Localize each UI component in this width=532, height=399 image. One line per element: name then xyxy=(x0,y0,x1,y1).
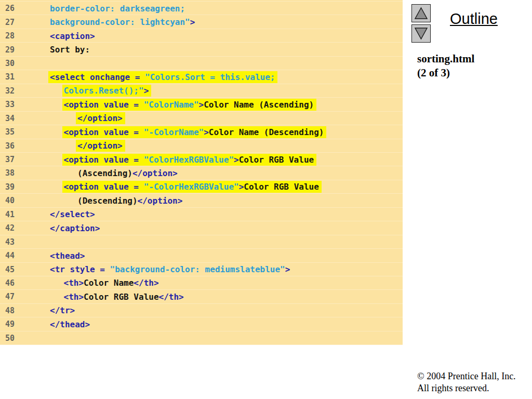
code-text: <select onchange = "Colors.Sort = this.v… xyxy=(50,72,403,82)
line-number: 35 xyxy=(0,127,50,137)
code-segment-tag: <caption> xyxy=(50,31,95,41)
code-segment-string: "-ColorName" xyxy=(144,127,204,137)
code-highlight: <option value = "ColorName">Color Name (… xyxy=(62,99,317,111)
code-segment-tag: > xyxy=(204,127,209,137)
code-line: 50 xyxy=(0,331,403,345)
code-text: border-color: darkseagreen; xyxy=(50,4,403,14)
code-segment-tag: > xyxy=(199,100,204,110)
code-line: 30 xyxy=(0,57,403,70)
code-text: background-color: lightcyan"> xyxy=(50,17,403,27)
previous-slide-button[interactable] xyxy=(411,4,431,22)
code-segment-plain: Sort by: xyxy=(50,45,90,55)
code-segment-string: "ColorName" xyxy=(144,100,199,110)
code-text: <option value = "-ColorHexRGBValue">Colo… xyxy=(50,182,403,192)
code-segment-string: "-ColorHexRGBValue" xyxy=(144,182,239,192)
code-line: 42</caption> xyxy=(0,221,403,235)
code-segment-tag: </select> xyxy=(50,209,95,219)
code-segment-plain: (Ascending) xyxy=(77,168,132,178)
code-highlight: <option value = "-ColorHexRGBValue">Colo… xyxy=(62,181,322,193)
code-text: </thead> xyxy=(50,320,403,329)
code-line: 29Sort by: xyxy=(0,43,403,56)
code-text: </option> xyxy=(50,113,403,123)
code-segment-string: background-color: lightcyan" xyxy=(50,17,190,27)
code-line: 38(Ascending)</option> xyxy=(0,166,403,180)
code-segment-tag: </option> xyxy=(77,141,123,151)
code-text: <option value = "-ColorName">Color Name … xyxy=(50,127,403,137)
code-highlight: </option> xyxy=(76,140,125,152)
line-number: 30 xyxy=(0,59,50,68)
line-number: 28 xyxy=(0,31,50,41)
code-segment-tag: </option> xyxy=(138,196,183,206)
code-line: 40(Descending)</option> xyxy=(0,194,403,207)
code-text: </select> xyxy=(50,209,403,219)
line-number: 41 xyxy=(0,210,50,219)
code-segment-string: Colors.Reset();" xyxy=(64,86,144,96)
line-number: 46 xyxy=(0,278,50,288)
code-segment-tag: </tr> xyxy=(50,305,75,315)
code-segment-plain: Color RGB Value xyxy=(239,155,314,165)
code-segment-tag: <option value = xyxy=(64,182,144,192)
code-text: </tr> xyxy=(50,305,403,315)
code-highlight: <option value = "ColorHexRGBValue">Color… xyxy=(62,154,317,166)
code-line: 31<select onchange = "Colors.Sort = this… xyxy=(0,70,403,84)
line-number: 38 xyxy=(0,168,50,178)
line-number: 42 xyxy=(0,223,50,233)
code-text: <th>Color Name</th> xyxy=(50,278,403,288)
code-segment-tag: <tr style = xyxy=(50,264,110,274)
line-number: 39 xyxy=(0,182,50,192)
code-segment-tag: </th> xyxy=(159,292,184,302)
code-segment-plain: Color Name (Descending) xyxy=(209,127,324,137)
code-segment-string: "ColorHexRGBValue" xyxy=(144,155,234,165)
code-text: <option value = "ColorName">Color Name (… xyxy=(50,100,403,110)
code-segment-plain: Color RGB Value xyxy=(84,292,159,302)
code-text: <thead> xyxy=(50,251,403,261)
line-number: 32 xyxy=(0,86,50,96)
code-line: 37<option value = "ColorHexRGBValue">Col… xyxy=(0,153,403,166)
line-number: 31 xyxy=(0,72,50,82)
code-line: 27background-color: lightcyan"> xyxy=(0,15,403,29)
line-number: 49 xyxy=(0,320,50,329)
line-number: 43 xyxy=(0,237,50,247)
code-segment-string: border-color: darkseagreen; xyxy=(50,4,185,14)
code-line: 32Colors.Reset();"> xyxy=(0,84,403,98)
code-text: (Ascending)</option> xyxy=(50,168,403,178)
code-line: 36</option> xyxy=(0,139,403,152)
code-segment-tag: <option value = xyxy=(64,127,144,137)
up-arrow-icon xyxy=(414,7,428,20)
code-listing: 26border-color: darkseagreen;27backgroun… xyxy=(0,0,403,345)
code-highlight: <option value = "-ColorName">Color Name … xyxy=(62,126,327,138)
code-text: <option value = "ColorHexRGBValue">Color… xyxy=(50,155,403,165)
line-number: 47 xyxy=(0,292,50,301)
code-segment-tag: </thead> xyxy=(50,320,90,329)
code-segment-plain: (Descending) xyxy=(77,196,138,206)
code-segment-tag: > xyxy=(234,155,239,165)
page-indicator: (2 of 3) xyxy=(417,66,474,80)
code-segment-string: "Colors.Sort = this.value; xyxy=(145,72,275,82)
next-slide-button[interactable] xyxy=(411,24,431,43)
code-text: Sort by: xyxy=(50,45,403,55)
code-segment-tag: </th> xyxy=(134,278,158,288)
copyright-notice: © 2004 Prentice Hall, Inc. All rights re… xyxy=(417,370,516,394)
code-segment-tag: <option value = xyxy=(64,100,144,110)
code-line: 45<tr style = "background-color: mediums… xyxy=(0,262,403,276)
code-text: <tr style = "background-color: mediumsla… xyxy=(50,264,403,274)
code-line: 35<option value = "-ColorName">Color Nam… xyxy=(0,125,403,139)
line-number: 37 xyxy=(0,155,50,164)
code-segment-tag: </option> xyxy=(132,168,178,178)
outline-link[interactable]: Outline xyxy=(450,10,498,28)
line-number: 45 xyxy=(0,265,50,274)
line-number: 40 xyxy=(0,196,50,205)
code-segment-tag: > xyxy=(190,17,195,27)
line-number: 36 xyxy=(0,141,50,151)
code-segment-tag: > xyxy=(285,264,290,274)
line-number: 27 xyxy=(0,18,50,27)
code-segment-tag: <th> xyxy=(64,292,84,302)
code-segment-plain: Color Name xyxy=(84,278,134,288)
code-highlight: <select onchange = "Colors.Sort = this.v… xyxy=(48,71,277,83)
code-text: Colors.Reset();"> xyxy=(50,86,403,96)
code-text: </caption> xyxy=(50,223,403,233)
code-line: 41</select> xyxy=(0,208,403,221)
copyright-line-2: All rights reserved. xyxy=(417,382,516,394)
code-segment-string: "background-color: mediumslateblue" xyxy=(110,264,285,274)
code-line: 44<thead> xyxy=(0,249,403,262)
